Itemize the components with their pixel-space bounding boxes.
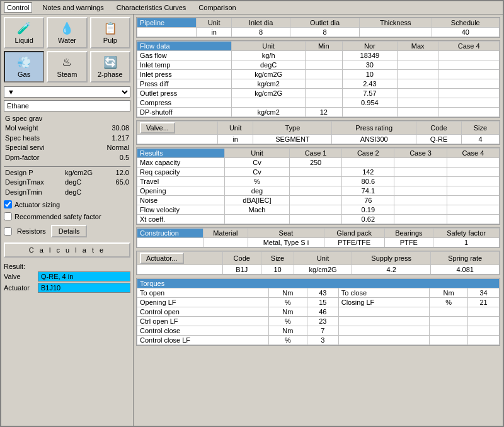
torq-label: To open (137, 288, 269, 298)
fluid-btn-water[interactable]: 💧 Water (47, 17, 87, 48)
torq-unit2 (429, 317, 467, 326)
torq-value: 7 (307, 326, 338, 336)
results-row: Opening deg 74.1 (137, 186, 500, 196)
actuator-sizing-checkbox[interactable] (4, 200, 12, 208)
fd-case4 (438, 60, 500, 70)
recommended-safety-checkbox[interactable] (4, 212, 12, 220)
fluid-btn-gas[interactable]: 💨 Gas (4, 51, 44, 83)
res-c4 (447, 168, 499, 177)
res-label: Flow velocity (137, 205, 225, 215)
valve-button[interactable]: Valve... (140, 122, 175, 134)
torq-unit2 (429, 326, 467, 336)
details-button[interactable]: Details (51, 225, 88, 237)
actuator-col-supply: Supply press (352, 252, 430, 265)
construction-empty (137, 238, 203, 248)
res-c3 (394, 177, 447, 186)
fluid-btn-steam[interactable]: ♨ Steam (47, 51, 87, 83)
torques-table: Torques To open Nm 43 To close Nm 34 Ope… (137, 278, 500, 345)
torq-label2: To close (338, 288, 429, 298)
fd-unit: kg/cm2 (232, 79, 306, 89)
fd-case4 (438, 79, 500, 89)
fd-unit: kg/h (232, 51, 306, 60)
pipeline-data-row: in 8 8 40 (137, 28, 500, 37)
valve-press-rating: ANSI300 (332, 135, 416, 144)
valve-btn-cell: Valve... (137, 122, 218, 135)
torques-row: Control close LF % 3 (137, 336, 500, 345)
pipeline-header: Pipeline (137, 18, 197, 28)
tab-curves[interactable]: Characteristics Curves (114, 3, 189, 12)
prop-row-dpm: Dpm-factor 0.5 (4, 153, 130, 162)
torq-unit2: Nm (429, 288, 467, 298)
res-unit: % (224, 177, 289, 186)
actuator-button[interactable]: Actuator... (140, 253, 184, 264)
construction-section: Construction Material Seat Gland pack Be… (136, 227, 500, 248)
fd-max (397, 89, 438, 98)
res-c3 (394, 186, 447, 196)
res-unit: Mach (224, 205, 289, 215)
flowdata-col-unit: Unit (232, 42, 306, 51)
torq-label: Control close (137, 326, 269, 336)
torq-value: 43 (307, 288, 338, 298)
fd-nor (342, 108, 397, 117)
main-window: Control Notes and warnings Characteristi… (0, 0, 504, 427)
fd-nor: 10 (342, 70, 397, 79)
properties-table: G spec grav Mol weight 30.08 Spec heats … (4, 114, 130, 162)
gas-label: Gas (18, 71, 30, 78)
fluid-btn-liquid[interactable]: 🧪 Liquid (4, 17, 44, 48)
fluid-btn-2phase[interactable]: 🔄 2-phase (90, 51, 130, 83)
res-c2: 0.19 (342, 205, 394, 215)
flowdata-table: Flow data Unit Min Nor Max Case 4 Gas fl… (137, 41, 500, 117)
pipeline-empty (137, 28, 197, 37)
results-row: Max capacity Cv 250 (137, 158, 500, 168)
res-c3 (394, 215, 447, 224)
fd-label: Inlet press (137, 70, 232, 79)
res-c1 (289, 215, 341, 224)
result-section: Result: Valve Q-RE, 4 in Actuator B1J10 (4, 263, 130, 294)
flowdata-row: Compress 0.954 (137, 98, 500, 108)
torq-label2: Closing LF (338, 298, 429, 307)
flowdata-col-max: Max (397, 42, 438, 51)
fd-min (305, 79, 342, 89)
torq-label: Ctrl open LF (137, 317, 269, 326)
design-row-tmin: DesignTmin degC (4, 188, 130, 197)
valve-empty (137, 135, 218, 144)
results-col-unit: Unit (224, 149, 289, 158)
pipeline-inlet: 8 (232, 28, 290, 37)
design-label: Design P (4, 168, 64, 178)
steam-icon: ♨ (62, 55, 72, 69)
fluid-dropdown[interactable]: ▼ (4, 86, 130, 98)
res-c4 (447, 205, 499, 215)
res-label: Opening (137, 186, 225, 196)
flowdata-row: Outlet press kg/cm2G 7.57 (137, 89, 500, 98)
flowdata-col-nor: Nor (342, 42, 397, 51)
res-label: Noise (137, 196, 225, 205)
fd-case4 (438, 70, 500, 79)
fd-unit (232, 98, 306, 108)
res-unit: dBA[IEC] (224, 196, 289, 205)
water-label: Water (58, 37, 76, 44)
fd-nor: 2.43 (342, 79, 397, 89)
fd-min (305, 98, 342, 108)
fluid-btn-pulp[interactable]: 📋 Pulp (90, 17, 130, 48)
torq-label: Opening LF (137, 298, 269, 307)
construction-table: Construction Material Seat Gland pack Be… (137, 228, 500, 248)
valve-section: Valve... Unit Type Press rating Code Siz… (136, 120, 500, 145)
actuator-col-spring: Spring rate (431, 252, 500, 265)
torques-row: Opening LF % 15 Closing LF % 21 (137, 298, 500, 307)
resistors-checkbox[interactable] (4, 227, 12, 236)
valve-unit: in (217, 135, 253, 144)
torq-label: Control open (137, 307, 269, 317)
prop-label: Special servi (4, 143, 83, 152)
fd-min (305, 70, 342, 79)
tab-notes[interactable]: Notes and warnings (40, 3, 106, 12)
results-row: Xt coeff. 0.62 (137, 215, 500, 224)
fd-unit: kg/cm2G (232, 89, 306, 98)
actuator-code: B1J (222, 265, 261, 275)
calculate-button[interactable]: C a l c u l a t e (4, 242, 130, 258)
torques-row: Ctrl open LF % 23 (137, 317, 500, 326)
torq-value2 (468, 336, 500, 345)
tab-comparison[interactable]: Comparison (196, 3, 238, 12)
tab-control[interactable]: Control (4, 3, 32, 13)
prop-value: Normal (83, 143, 130, 152)
fd-label: Inlet temp (137, 60, 232, 70)
